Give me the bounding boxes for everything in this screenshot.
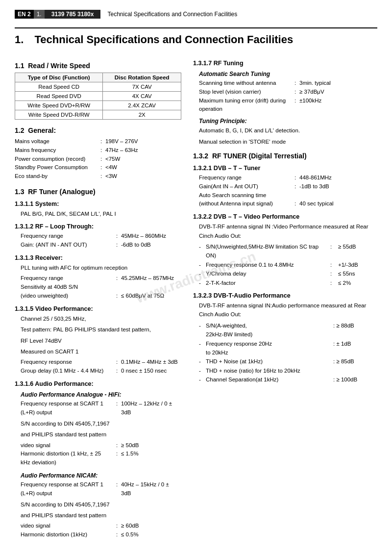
s1316-ana-harm-row: Harmonic distortion (1 kHz, ± 25kHz devi… xyxy=(21,450,181,467)
s1315-line3: RF Level 74dBV xyxy=(21,336,181,345)
s1317-stop-row: Stop level (vision carrier) : ≥ 37dBμV xyxy=(199,88,377,97)
s1315-line2: Test pattern: PAL BG PHILIPS standard te… xyxy=(21,325,181,334)
left-column: 1.1 Read / Write Speed Type of Disc (Fun… xyxy=(15,55,181,539)
section-132-heading: 1.3.2 RF TUNER (Digital Terrestial) xyxy=(193,152,377,160)
section-12-heading: 1.2 General: xyxy=(15,126,181,134)
s1323-bullets: -S/N(A-weighted,22kHz-BW limited): ≥ 88d… xyxy=(199,321,377,384)
s1317-principle-text2: Manual selection in 'STORE' mode xyxy=(199,137,377,146)
s1316-analogue-title: Audio Performance Analogue - HiFi: xyxy=(21,391,181,398)
s1315-content: Channel 25 / 503,25 MHz, Test pattern: P… xyxy=(15,314,181,376)
section-1315-heading: 1.3.1.5 Video Performance: xyxy=(15,305,181,312)
section-1317-heading: 1.3.1.7 RF Tuning xyxy=(193,60,377,67)
s1317-principle-text1: Automatic B, G, I, DK and L/L' detection… xyxy=(199,126,377,135)
s1323-bullet: -THD + Noise (at 1kHz): ≥ 85dB xyxy=(199,357,377,366)
right-column: 1.3.1.7 RF Tuning Automatic Search Tunin… xyxy=(193,55,377,539)
s1316-content: Audio Performance Analogue - HiFi: Frequ… xyxy=(15,391,181,539)
header-title: Technical Specifications and Connection … xyxy=(107,11,237,18)
s1317-auto-title: Automatic Search Tuning xyxy=(199,71,377,77)
table-row: Read Speed DVD4X CAV xyxy=(15,92,181,101)
header-num: 1. xyxy=(34,10,45,19)
s1322-bullet: -2-T-K-factor:≤ 2% xyxy=(199,278,377,287)
s1317-principle-title: Tuning Principle: xyxy=(199,118,377,125)
s1316-nicam-freq-row: Frequency response at SCART 1(L+R) outpu… xyxy=(21,480,181,498)
table-row: Read Speed CD7X CAV xyxy=(15,82,181,92)
disc-speed-table: Type of Disc (Function) Disc Rotation Sp… xyxy=(15,73,181,120)
s1315-line4: Measured on SCART 1 xyxy=(21,347,181,356)
table-row: Write Speed DVD-R/RW2X xyxy=(15,110,181,120)
s1323-text1: DVB-T-RF antenna signal IN:Audio perform… xyxy=(199,301,377,319)
section-1321-heading: 1.3.2.1 DVB – T – Tuner xyxy=(193,165,377,172)
s1322-bullet: -S/N(Unweighted,5MHz-BW limitation SC tr… xyxy=(199,242,377,260)
section-1316-heading: 1.3.1.6 Audio Performance: xyxy=(15,380,181,387)
section-1311-heading: 1.3.1.1 System: xyxy=(15,201,181,207)
s1317-max-row: Maximum tuning error (drift) duringopera… xyxy=(199,97,377,114)
section-1323-heading: 1.3.2.3 DVB-T-Audio Performance xyxy=(193,292,377,299)
s1315-grp-row: Group delay (0.1 MHz - 4.4 MHz) : 0 nsec… xyxy=(21,367,181,376)
s1323-content: DVB-T-RF antenna signal IN:Audio perform… xyxy=(193,301,377,384)
s1313-freq-row: Frequency range : 45.25MHz – 857MHz xyxy=(21,274,181,283)
table-row: Write Speed DVD+R/RW2.4X ZCAV xyxy=(15,101,181,110)
s1312-specs: Frequency range:45MHz – 860MHzGain: (ANT… xyxy=(15,232,181,250)
s1313-sens-row: Sensitivity at 40dB S/N xyxy=(21,283,181,292)
table-col1-header: Type of Disc (Function) xyxy=(15,73,103,82)
s1322-bullet: -Frequency response 0.1 to 4.8MHz:+1/-3d… xyxy=(199,260,377,269)
s1323-bullet: -S/N(A-weighted,22kHz-BW limited): ≥ 88d… xyxy=(199,321,377,339)
header-model: 3139 785 3180x xyxy=(45,10,101,19)
section-11-heading: 1.1 Read / Write Speed xyxy=(15,62,181,70)
section-1312-heading: 1.3.1.2 RF – Loop Through: xyxy=(15,223,181,230)
s1321-auto-row: Auto Search scanning time xyxy=(199,191,377,200)
s1322-bullet: -Y/Chroma delay:≤ 55ns xyxy=(199,269,377,278)
s1316-nicam-harm-row: Harmonic distortion (1kHz) : ≤ 0.5% xyxy=(21,530,181,539)
page-title: 1. Technical Specifications and Connecti… xyxy=(15,27,377,46)
general-spec-row: Power consumption (record):<75W xyxy=(15,155,181,164)
s1316-nicam-sn-block: S/N according to DIN 45405,7,1967 and PH… xyxy=(21,500,181,531)
s1322-bullets: -S/N(Unweighted,5MHz-BW limitation SC tr… xyxy=(199,242,377,287)
s1312-row: Frequency range:45MHz – 860MHz xyxy=(21,232,181,241)
s1316-nicam-sn-row: video signal : ≥ 60dB xyxy=(21,522,181,530)
s1322-content: DVB-T-RF antenna signal IN :Video Perfor… xyxy=(193,222,377,287)
general-spec-row: Mains voltage:198V – 276V xyxy=(15,137,181,146)
general-spec-row: Eco stand-by:<3W xyxy=(15,172,181,181)
s1316-nicam-title: Audio Performance NICAM: xyxy=(21,472,181,479)
s1321-gain-row: Gain(Ant IN – Ant OUT) : -1dB to 3dB xyxy=(199,182,377,191)
s1316-ana-sn-block: S/N according to DIN 45405,7,1967 and PH… xyxy=(21,419,181,450)
table-col2-header: Disc Rotation Speed xyxy=(103,73,181,82)
s1315-freq-row: Frequency response : 0.1MHz – 4MHz ± 3dB xyxy=(21,358,181,367)
page-title-num: 1. xyxy=(15,33,24,46)
s1321-content: Frequency range : 448-861MHz Gain(Ant IN… xyxy=(193,174,377,208)
section-1311-text: PAL B/G, PAL D/K, SECAM L/L', PAL I xyxy=(15,209,181,218)
header-bar: EN 2 1. 3139 785 3180x Technical Specifi… xyxy=(15,10,377,19)
s1313-video-row: (video unweighted) : ≤ 60dBμV at 75Ω xyxy=(21,292,181,301)
s1317-content: Automatic Search Tuning Scanning time wi… xyxy=(193,71,377,146)
s1316-ana-freq-row: Frequency response at SCART 1(L+R) outpu… xyxy=(21,400,181,417)
s1321-auto-row2: (without Antenna input signal) : 40 sec … xyxy=(199,200,377,208)
s1312-row: Gain: (ANT IN - ANT OUT):-6dB to 0dB xyxy=(21,241,181,250)
header-lang: EN 2 xyxy=(15,10,34,19)
s1316-ana-sn-row: video signal : ≥ 50dB xyxy=(21,441,181,450)
s1317-scan-row: Scanning time without antenna : 3min. ty… xyxy=(199,79,377,88)
s1321-freq-row: Frequency range : 448-861MHz xyxy=(199,174,377,182)
section-1322-heading: 1.3.2.2 DVB – T – Video Performance xyxy=(193,213,377,220)
s1315-line1: Channel 25 / 503,25 MHz, xyxy=(21,314,181,323)
general-spec-row: Standby Power Consumption:<4W xyxy=(15,163,181,172)
s1323-bullet: -THD + noise (ratio) for 16Hz to 20kHz xyxy=(199,366,377,375)
s1323-bullet: -Channel Separation(at 1kHz): ≥ 100dB xyxy=(199,375,377,384)
page-title-text: Technical Specifications and Connection … xyxy=(34,33,293,46)
s1313-content: PLL tuning with AFC for optimum receptio… xyxy=(15,263,181,301)
section-13-heading: 1.3 RF Tuner (Analogue) xyxy=(15,188,181,196)
s1323-bullet: -Frequency response 20Hzto 20kHz: ± 1dB xyxy=(199,339,377,357)
s1322-text1: DVB-T-RF antenna signal IN :Video Perfor… xyxy=(199,222,377,240)
s1313-pll: PLL tuning with AFC for optimum receptio… xyxy=(21,263,181,272)
two-column-layout: 1.1 Read / Write Speed Type of Disc (Fun… xyxy=(15,55,377,539)
general-specs: Mains voltage:198V – 276VMains frequency… xyxy=(15,137,181,181)
general-spec-row: Mains frequency:47Hz – 63Hz xyxy=(15,146,181,155)
section-1313-heading: 1.3.1.3 Receiver: xyxy=(15,254,181,261)
